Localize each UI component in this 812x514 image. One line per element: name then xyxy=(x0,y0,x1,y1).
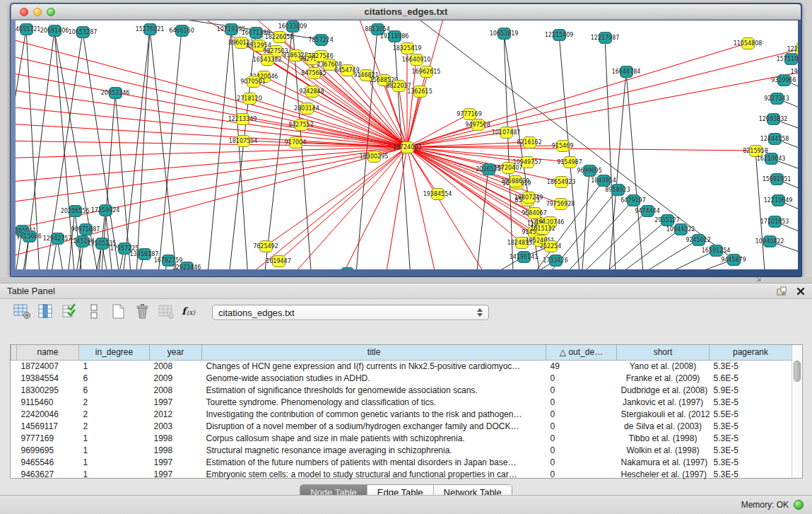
graph-node[interactable] xyxy=(162,255,175,267)
graph-node[interactable] xyxy=(401,141,414,153)
graph-node[interactable] xyxy=(768,216,782,228)
graph-node[interactable] xyxy=(521,156,534,168)
column-header-out_de[interactable]: △ out_de… xyxy=(546,345,617,360)
column-header-name[interactable]: name xyxy=(17,345,79,360)
graph-node[interactable] xyxy=(784,53,798,65)
float-panel-icon[interactable] xyxy=(777,286,787,296)
graph-node[interactable] xyxy=(323,59,336,71)
memory-ok-icon[interactable] xyxy=(794,500,804,510)
graph-node[interactable] xyxy=(515,237,529,249)
select-columns-icon[interactable] xyxy=(37,303,56,320)
table-row[interactable]: 1872400712008Changes of HCN gene express… xyxy=(11,360,792,372)
graph-node[interactable] xyxy=(360,69,373,81)
graph-node[interactable] xyxy=(463,108,476,120)
graph-node[interactable] xyxy=(528,207,541,219)
create-table-icon[interactable] xyxy=(109,303,128,320)
graph-node[interactable] xyxy=(692,234,705,246)
graph-node[interactable] xyxy=(289,49,302,62)
graph-node[interactable] xyxy=(710,245,723,257)
graph-node[interactable] xyxy=(509,175,522,187)
graph-node[interactable] xyxy=(767,113,780,125)
graph-node[interactable] xyxy=(99,204,112,216)
graph-node[interactable] xyxy=(471,119,485,131)
graph-node[interactable] xyxy=(314,34,328,46)
graph-node[interactable] xyxy=(500,127,513,139)
table-row[interactable]: 1456911722003Disruption of a novel membe… xyxy=(11,420,792,432)
graph-node[interactable] xyxy=(627,194,640,206)
graph-node[interactable] xyxy=(749,145,763,157)
graph-node[interactable] xyxy=(599,32,612,44)
graph-node[interactable] xyxy=(341,64,354,76)
panel-splitter[interactable]: ⇲ xyxy=(0,277,812,283)
graph-node[interactable] xyxy=(289,136,302,148)
scrollbar-thumb[interactable] xyxy=(794,361,801,382)
graph-node[interactable] xyxy=(300,103,314,115)
graph-node[interactable] xyxy=(597,175,611,187)
graph-node[interactable] xyxy=(273,31,286,43)
graph-node[interactable] xyxy=(225,23,238,35)
graph-node[interactable] xyxy=(175,25,189,37)
graph-node[interactable] xyxy=(252,40,266,52)
graph-node[interactable] xyxy=(502,162,515,174)
table-row[interactable]: 969969511998Structural magnetic resonanc… xyxy=(11,444,792,456)
table-row[interactable]: 946362711997Embryonic stem cells: a mode… xyxy=(11,468,792,480)
window-titlebar[interactable]: citations_edges.txt xyxy=(11,4,801,20)
import-table-icon[interactable] xyxy=(157,303,176,320)
table-row[interactable]: 1938455462009Genome-wide association stu… xyxy=(11,372,792,384)
select-rows-icon[interactable] xyxy=(61,303,80,320)
table-settings-icon[interactable] xyxy=(13,303,32,320)
column-header-title[interactable]: title xyxy=(202,345,546,360)
graph-node[interactable] xyxy=(236,113,249,125)
table-row[interactable]: 2242004622012Investigating the contribut… xyxy=(11,408,792,420)
graph-node[interactable] xyxy=(770,173,784,185)
graph-node[interactable] xyxy=(388,30,401,42)
graph-node[interactable] xyxy=(523,136,536,148)
graph-node[interactable] xyxy=(143,23,157,35)
graph-node[interactable] xyxy=(259,240,273,252)
graph-node[interactable] xyxy=(79,223,93,235)
network-canvas[interactable]: 1872400789601238912954182260589827503165… xyxy=(16,21,798,269)
graph-node[interactable] xyxy=(583,165,596,177)
graph-node[interactable] xyxy=(95,238,109,250)
graph-node[interactable] xyxy=(76,235,89,247)
graph-node[interactable] xyxy=(554,198,567,210)
close-panel-icon[interactable] xyxy=(796,287,805,296)
graph-node[interactable] xyxy=(286,21,300,33)
graph-node[interactable] xyxy=(770,93,784,105)
column-header-pagerank[interactable]: pagerank xyxy=(710,345,792,360)
graph-node[interactable] xyxy=(69,205,82,217)
graph-node[interactable] xyxy=(295,119,308,131)
table-row[interactable]: 977716911998Corpus callosum shape and si… xyxy=(11,432,792,444)
graph-node[interactable] xyxy=(763,235,777,247)
table-row[interactable]: 911546021997Tourette syndrome. Phenomeno… xyxy=(11,396,792,408)
graph-node[interactable] xyxy=(23,230,36,243)
table-row[interactable]: 1830029562008Estimation of significance … xyxy=(11,384,792,396)
graph-node[interactable] xyxy=(777,74,791,86)
table-scrollbar[interactable] xyxy=(792,345,802,478)
graph-node[interactable] xyxy=(431,188,445,200)
graph-node[interactable] xyxy=(367,151,381,163)
graph-node[interactable] xyxy=(522,192,536,204)
graph-node[interactable] xyxy=(48,25,61,37)
graph-node[interactable] xyxy=(556,140,570,152)
graph-node[interactable] xyxy=(243,93,257,105)
graph-node[interactable] xyxy=(549,255,563,267)
graph-node[interactable] xyxy=(420,66,433,78)
graph-node[interactable] xyxy=(553,29,566,41)
graph-node[interactable] xyxy=(544,240,558,252)
graph-node[interactable] xyxy=(235,37,248,49)
graph-node[interactable] xyxy=(341,267,354,270)
delete-table-icon[interactable] xyxy=(133,303,152,320)
graph-node[interactable] xyxy=(247,76,260,88)
graph-node[interactable] xyxy=(377,74,391,86)
column-header-in_degree[interactable]: in_degree xyxy=(79,345,150,360)
graph-node[interactable] xyxy=(180,262,194,270)
table-row[interactable]: 946554611997Estimation of the future num… xyxy=(11,456,792,468)
graph-node[interactable] xyxy=(249,27,263,39)
graph-node[interactable] xyxy=(272,255,286,267)
graph-node[interactable] xyxy=(20,23,33,35)
graph-node[interactable] xyxy=(536,223,550,235)
graph-node[interactable] xyxy=(371,23,384,35)
graph-node[interactable] xyxy=(51,233,64,245)
splitter-grip-icon[interactable]: ⇲ xyxy=(755,276,761,283)
